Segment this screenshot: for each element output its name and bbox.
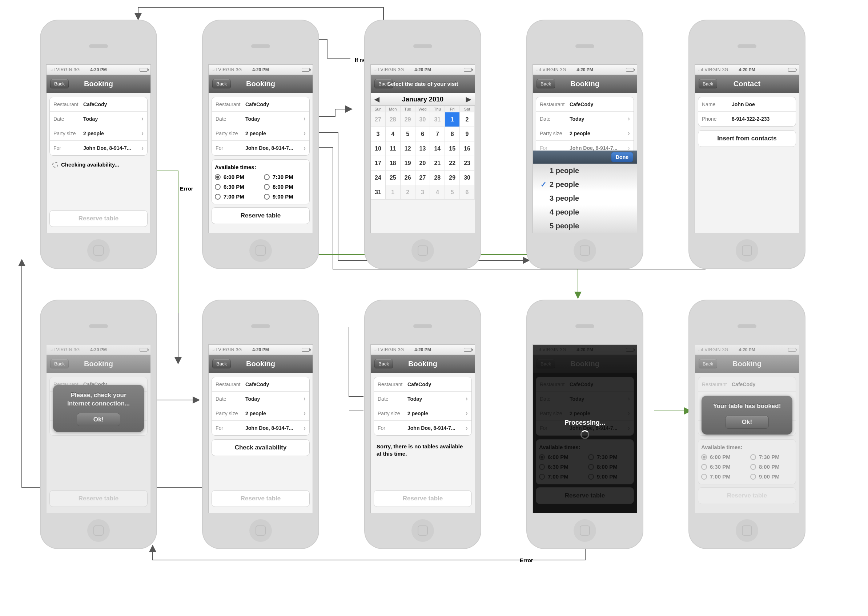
time-option[interactable]: 8:00 PM <box>750 464 793 470</box>
row-for[interactable]: ForJohn Doe, 8-914-7...› <box>212 141 309 155</box>
check-availability-button[interactable]: Check availability <box>212 439 310 456</box>
calendar-day[interactable]: 14 <box>430 141 445 156</box>
alert-ok-button[interactable]: Ok! <box>77 413 120 426</box>
calendar-day[interactable]: 3 <box>371 127 385 141</box>
calendar-day[interactable]: 27 <box>415 171 430 185</box>
calendar-day[interactable]: 11 <box>385 141 401 156</box>
reserve-button[interactable]: Reserve table <box>212 207 310 224</box>
calendar-day[interactable]: 17 <box>371 156 385 171</box>
calendar-day[interactable]: 12 <box>401 141 415 156</box>
home-button[interactable] <box>249 239 272 262</box>
calendar-day[interactable]: 23 <box>460 156 475 171</box>
calendar-day[interactable]: 28 <box>430 171 445 185</box>
time-option[interactable]: 7:30 PM <box>750 454 793 460</box>
done-button[interactable]: Done <box>611 152 633 162</box>
calendar-day[interactable]: 10 <box>371 141 385 156</box>
time-option[interactable]: 8:00 PM <box>264 184 306 190</box>
reserve-button[interactable]: Reserve table <box>49 210 147 227</box>
row-party[interactable]: Party size2 people› <box>50 126 147 141</box>
row-name[interactable]: NameJohn Doe <box>698 97 796 112</box>
calendar-day[interactable]: 1 <box>445 112 460 127</box>
alert-booked: Your table has booked! Ok! <box>702 396 793 435</box>
picker-option[interactable]: 1 people <box>540 163 630 178</box>
row-party[interactable]: Party size2 people› <box>212 126 309 141</box>
home-button[interactable] <box>736 239 758 262</box>
calendar-day[interactable]: 31 <box>371 185 385 200</box>
calendar-day[interactable]: 8 <box>445 127 460 141</box>
calendar-header: ◀ January 2010 ▶ <box>371 93 475 106</box>
calendar-day: 3 <box>415 185 430 200</box>
picker-option[interactable]: 4 people <box>540 205 630 219</box>
row-date[interactable]: DateToday› <box>212 112 309 126</box>
picker[interactable]: Done 1 people✓2 people3 people4 people5 … <box>533 151 637 233</box>
time-option[interactable]: 7:00 PM <box>215 193 257 200</box>
calendar-day[interactable]: 26 <box>401 171 415 185</box>
time-option[interactable]: 6:30 PM <box>215 184 257 190</box>
home-button[interactable] <box>87 239 110 262</box>
times-box: Available times: 6:00 PM7:30 PM6:30 PM8:… <box>212 159 310 204</box>
calendar-day[interactable]: 20 <box>415 156 430 171</box>
home-button[interactable] <box>412 239 434 262</box>
calendar-day[interactable]: 25 <box>385 171 401 185</box>
calendar-day[interactable]: 6 <box>415 127 430 141</box>
back-button[interactable]: Back <box>699 79 717 89</box>
screen-checking: ..ıl VIRGIN 3G 4:20 PM Back Booking Rest… <box>47 65 150 233</box>
back-button[interactable]: Back <box>374 79 393 89</box>
phone-checking: ..ıl VIRGIN 3G 4:20 PM Back Booking Rest… <box>40 20 157 269</box>
alert-ok-button[interactable]: Ok! <box>725 416 769 429</box>
row-date[interactable]: DateToday› <box>50 112 147 126</box>
status-bar: ..ıl VIRGIN 3G 4:20 PM <box>47 65 150 75</box>
calendar-day[interactable]: 19 <box>401 156 415 171</box>
time-option[interactable]: 7:30 PM <box>264 174 306 180</box>
next-month[interactable]: ▶ <box>466 95 471 103</box>
calendar-day: 30 <box>415 112 430 127</box>
home-button[interactable] <box>249 519 272 542</box>
home-button[interactable] <box>412 519 434 542</box>
calendar-day[interactable]: 13 <box>415 141 430 156</box>
time-option[interactable]: 6:00 PM <box>215 174 257 180</box>
calendar-day[interactable]: 2 <box>460 112 475 127</box>
screen-times: ..ıl VIRGIN 3G4:20 PM BackBooking Restau… <box>208 65 313 233</box>
reserve-button[interactable]: Reserve table <box>212 490 310 507</box>
calendar-day: 5 <box>445 185 460 200</box>
calendar-day[interactable]: 15 <box>445 141 460 156</box>
home-button[interactable] <box>87 519 110 542</box>
back-button[interactable]: Back <box>212 79 231 89</box>
home-button[interactable] <box>573 239 596 262</box>
calendar-day[interactable]: 30 <box>460 171 475 185</box>
calendar-day[interactable]: 18 <box>385 156 401 171</box>
calendar-day[interactable]: 22 <box>445 156 460 171</box>
row-for[interactable]: ForJohn Doe, 8-914-7...› <box>50 141 147 155</box>
back-button[interactable]: Back <box>212 359 231 369</box>
calendar-day[interactable]: 7 <box>430 127 445 141</box>
back-button[interactable]: Back <box>536 79 555 89</box>
calendar-day[interactable]: 16 <box>460 141 475 156</box>
screen-processing: ..ıl VIRGIN 3G4:20 PM BackBooking Restau… <box>533 345 637 513</box>
back-button[interactable]: Back <box>50 79 69 89</box>
time-option[interactable]: 9:00 PM <box>264 193 306 200</box>
phone-no-internet: ..ıl VIRGIN 3G4:20 PM BackBooking Restau… <box>40 300 157 549</box>
screen-contact: ..ıl VIRGIN 3G4:20 PM BackContact NameJo… <box>695 65 799 233</box>
home-button[interactable] <box>736 519 758 542</box>
insert-from-contacts-button[interactable]: Insert from contacts <box>698 130 796 147</box>
calendar-day[interactable]: 21 <box>430 156 445 171</box>
calendar-day: 2 <box>401 185 415 200</box>
prev-month[interactable]: ◀ <box>374 95 379 103</box>
reserve-button[interactable]: Reserve table <box>374 490 472 507</box>
picker-option[interactable]: 3 people <box>540 191 630 205</box>
time-option[interactable]: 6:30 PM <box>701 464 744 470</box>
time-option[interactable]: 7:00 PM <box>701 473 744 479</box>
time-option[interactable]: 9:00 PM <box>750 473 793 479</box>
picker-option[interactable]: ✓2 people <box>540 178 630 191</box>
phone-calendar: ..ıl VIRGIN 3G4:20 PM BackSelect the dat… <box>364 20 481 269</box>
picker-option[interactable]: 5 people <box>540 219 630 233</box>
calendar-day[interactable]: 9 <box>460 127 475 141</box>
calendar-day[interactable]: 5 <box>401 127 415 141</box>
calendar-day[interactable]: 24 <box>371 171 385 185</box>
back-button[interactable]: Back <box>374 359 393 369</box>
calendar-day[interactable]: 4 <box>385 127 401 141</box>
home-button[interactable] <box>573 519 596 542</box>
calendar-day[interactable]: 29 <box>445 171 460 185</box>
row-phone[interactable]: Phone8-914-322-2-233 <box>698 112 796 126</box>
time-option[interactable]: 6:00 PM <box>701 454 744 460</box>
